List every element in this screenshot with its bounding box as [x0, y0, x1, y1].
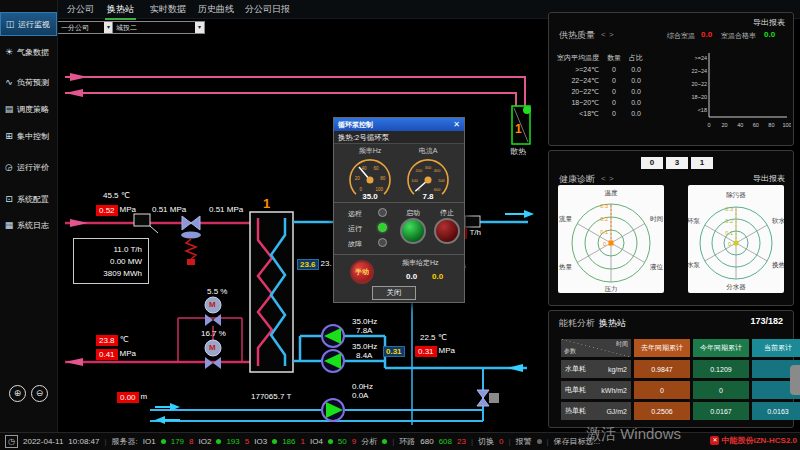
svg-text:时间: 时间 — [650, 215, 663, 223]
scada-app-window: 45.5 ℃ 0.52 MPa 0.51 MPa 0.51 MPa 11.0 T… — [0, 0, 800, 450]
sidebar-item-load-forecast[interactable]: ∿ 负荷预测 — [0, 70, 57, 94]
chevron-down-icon[interactable]: ▾ — [195, 22, 204, 33]
makeup-pump[interactable] — [322, 399, 344, 421]
temp-distribution-bar-chart: >=24 22~24 20~22 18~20 <18 0 20 40 60 80… — [689, 49, 791, 141]
prev-arrow[interactable]: < — [601, 174, 606, 183]
param-name: 电单耗 — [565, 385, 586, 395]
server-ok: 193 — [226, 437, 239, 446]
sun-icon: ☀ — [4, 47, 14, 57]
station-select[interactable]: 城投二 ▾ — [112, 21, 205, 34]
sidebar-item-run-evaluation[interactable]: ◶ 运行评价 — [0, 155, 57, 179]
status-dot — [161, 439, 166, 444]
corner-param-label: 参数 — [564, 347, 576, 356]
svg-text:18~20: 18~20 — [692, 94, 707, 100]
dialog-subtitle: 换热:2号循环泵 — [334, 131, 464, 144]
company-select[interactable]: 一分公司 ▾ — [57, 21, 114, 34]
grid-icon: ⊞ — [4, 131, 14, 141]
export-report-link[interactable]: 导出报表 — [753, 17, 785, 28]
value-cell: 0.9847 — [634, 360, 690, 378]
server-ok: 186 — [282, 437, 295, 446]
dialog-close-button[interactable]: 关闭 — [372, 286, 416, 300]
server-label: 服务器: — [112, 436, 138, 447]
alarm-value: 0.52 — [96, 205, 118, 216]
activate-windows-watermark: 激活 Windows — [586, 425, 681, 444]
next-arrow[interactable]: > — [609, 174, 614, 183]
fault-led-label: 故障 — [348, 239, 362, 249]
gear-icon: ⊡ — [4, 194, 14, 204]
health-counter-1: 3 — [666, 157, 688, 169]
company-select-value: 一分公司 — [61, 24, 89, 31]
list-icon: ▤ — [4, 104, 14, 114]
unit: T/h — [469, 229, 481, 238]
setpoint-input[interactable]: 0.0 — [432, 272, 443, 281]
table-row: 20~22℃ 0 0.0 — [553, 86, 647, 97]
tab-branch-report[interactable]: 分公司日报 — [243, 3, 292, 16]
flow-arrow-left — [65, 358, 83, 366]
makeup-valve[interactable] — [477, 390, 499, 406]
count-cell: 0 — [603, 97, 625, 108]
status-dot — [382, 439, 387, 444]
tab-station[interactable]: 换热站 — [105, 3, 136, 20]
tab-realtime-data[interactable]: 实时数据 — [148, 3, 188, 16]
sidebar-item-system-log[interactable]: ▦ 系统日志 — [0, 213, 57, 237]
table-row: 18~20℃ 0 0.0 — [553, 97, 647, 108]
secondary-return-temp: 22.5 ℃ — [420, 334, 447, 343]
heating-quality-panel: 导出报表 供热质量 < > 综合室温 0.0 室温合格率 0.0 室内平均温度 … — [548, 12, 794, 146]
flow-sensor[interactable] — [134, 214, 150, 226]
sidebar-item-dispatch-strategy[interactable]: ▤ 调度策略 — [0, 97, 57, 121]
pump2-current: 8.4A — [356, 352, 372, 361]
prev-arrow[interactable]: < — [601, 30, 606, 39]
side-drawer-handle[interactable] — [790, 365, 800, 395]
svg-text:0.1: 0.1 — [725, 230, 733, 236]
svg-text:500: 500 — [438, 178, 445, 183]
status-dot — [272, 439, 277, 444]
server-bad: 1 — [300, 437, 304, 446]
secondary-flow-meter[interactable] — [465, 216, 480, 227]
start-button[interactable] — [400, 218, 426, 244]
sensor-leader — [150, 226, 158, 233]
param-unit: kg/m2 — [608, 366, 627, 373]
tab-history-curve[interactable]: 历史曲线 — [196, 3, 236, 16]
flow-arrow-right — [70, 219, 88, 227]
secondary-return-pressure: 0.31 MPa — [415, 346, 455, 357]
range-cell: <18℃ — [553, 108, 603, 119]
status-date: 2022-04-11 — [23, 437, 63, 446]
count-cell: 0 — [603, 75, 625, 86]
param-name: 热单耗 — [565, 406, 586, 416]
supply-control-valve[interactable] — [181, 216, 201, 265]
alarm-dot — [537, 439, 542, 444]
dialog-title[interactable]: 循环泵控制 — [334, 118, 464, 131]
radiator-number: 1 — [515, 123, 522, 136]
temp-distribution-table: 室内平均温度 数量 占比 >=24℃ 0 0.0 22~24℃ 0 0.0 20… — [553, 51, 647, 119]
globe-icon[interactable]: ⊕ — [9, 385, 26, 402]
makeup-water-pipes — [150, 368, 483, 421]
sidebar-item-run-monitor[interactable]: ◫ 运行监视 — [0, 12, 57, 36]
server-ok: 50 — [338, 437, 347, 446]
svg-text:循环泵: 循环泵 — [688, 217, 701, 225]
next-arrow[interactable]: > — [609, 30, 614, 39]
remote-led — [378, 208, 387, 217]
stop-button[interactable] — [434, 218, 460, 244]
sidebar-item-weather-data[interactable]: ☀ 气象数据 — [0, 40, 57, 64]
supply-pressure: 0.52 MPa — [96, 205, 136, 216]
svg-text:温度: 温度 — [605, 189, 619, 197]
heat-exchanger[interactable] — [250, 212, 293, 372]
power-icon[interactable]: ⊖ — [31, 385, 48, 402]
sidebar-item-system-config[interactable]: ⊡ 系统配置 — [0, 187, 57, 211]
col-header-current: 当前累计 — [752, 339, 800, 357]
export-report-link[interactable]: 导出报表 — [753, 173, 785, 184]
running-led-label: 运行 — [348, 224, 362, 234]
health-counter-0: 0 — [641, 157, 663, 169]
row-label: 热单耗 GJ/m2 — [561, 402, 631, 420]
circulation-pump-1[interactable] — [322, 325, 344, 347]
close-icon[interactable]: ✕ — [453, 118, 460, 131]
current-value: 7.8 — [400, 192, 456, 201]
pump1-current: 7.8A — [356, 327, 372, 336]
circulation-pump-2[interactable] — [322, 350, 344, 372]
unit: MPa — [439, 347, 455, 356]
svg-text:60: 60 — [753, 122, 759, 128]
sidebar-item-label: 运行评价 — [17, 162, 49, 173]
tab-branch[interactable]: 分公司 — [65, 3, 96, 16]
manual-mode-button[interactable]: 手动 — [350, 260, 374, 284]
sidebar-item-central-control[interactable]: ⊞ 集中控制 — [0, 124, 57, 148]
